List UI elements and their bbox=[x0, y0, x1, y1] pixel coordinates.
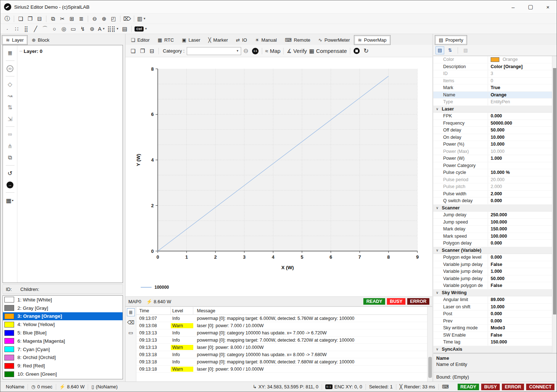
tab-io[interactable]: ⇄IO bbox=[232, 35, 251, 45]
property-row[interactable]: Polygon delay0.000 bbox=[433, 240, 552, 247]
property-value[interactable]: 0.000 bbox=[488, 240, 552, 247]
cut-button[interactable]: ✂ bbox=[58, 14, 67, 23]
alphabetical-button[interactable]: ⇅ bbox=[446, 46, 454, 54]
property-category[interactable]: ∨Scanner bbox=[433, 205, 552, 212]
view-layout-button[interactable]: ▥▼ bbox=[136, 14, 147, 23]
verify-button[interactable]: ∡Verify bbox=[285, 47, 308, 55]
arc-tool[interactable]: ⌒ bbox=[40, 25, 50, 33]
refresh-button[interactable]: ↻ bbox=[362, 47, 371, 55]
stop-button[interactable] bbox=[352, 47, 362, 55]
circle-tool[interactable]: ○ bbox=[50, 25, 59, 33]
property-category[interactable]: ∨Laser bbox=[433, 106, 552, 113]
maximize-button[interactable]: ▢ bbox=[522, 0, 539, 13]
log-row[interactable]: 09:13:08Warnlaser [0]: power: 7.000 / 10… bbox=[136, 322, 427, 329]
log-view-button[interactable]: ≣ bbox=[127, 308, 135, 316]
property-value[interactable]: Orange bbox=[488, 56, 552, 63]
pen-list-item[interactable]: 1: White [White] bbox=[3, 296, 123, 304]
rings-tool[interactable]: ⊚ bbox=[87, 25, 97, 33]
property-value[interactable]: 2.000 bbox=[488, 183, 552, 190]
one-to-one-button[interactable]: 1:1 bbox=[251, 47, 260, 55]
property-scrollbar[interactable] bbox=[552, 56, 557, 353]
property-value[interactable]: 0.000 bbox=[488, 254, 552, 261]
property-row[interactable]: FPK0.000 bbox=[433, 113, 552, 120]
property-value[interactable]: False bbox=[488, 332, 552, 339]
polyline-tool[interactable]: ↯ bbox=[78, 25, 87, 33]
spiral-tool[interactable]: ◎ bbox=[59, 25, 69, 33]
property-row[interactable]: Pulse width2.000 bbox=[433, 191, 552, 198]
log-row[interactable]: 09:13:07Infopowermap [0]: mapping target… bbox=[136, 315, 427, 322]
property-category[interactable]: ∨SyncAxis bbox=[433, 346, 552, 353]
property-value[interactable]: 10.000 bbox=[488, 304, 552, 310]
map-button[interactable]: ≈Map bbox=[264, 47, 281, 55]
property-value[interactable]: 20.000 bbox=[488, 176, 552, 183]
log-col-time[interactable]: Time bbox=[136, 307, 171, 314]
tab-powermeter[interactable]: ∿PowerMeter bbox=[314, 35, 354, 45]
property-value[interactable]: 0.000 bbox=[488, 113, 552, 120]
zoom-region-button[interactable]: ◰ bbox=[109, 14, 118, 23]
remove-category-button[interactable]: ⊖ bbox=[241, 47, 251, 55]
tab-block[interactable]: ⊕Block bbox=[28, 35, 53, 45]
tab-editor[interactable]: ❏Editor bbox=[127, 35, 154, 45]
property-row[interactable]: Angular limit89.000 bbox=[433, 296, 552, 304]
pen-list-item[interactable]: 9: Red [Red] bbox=[3, 362, 123, 370]
pen-list-item[interactable]: 7: Cyan [Cyan] bbox=[3, 345, 123, 354]
save-file-button[interactable]: ⊟ bbox=[35, 14, 44, 23]
property-value[interactable]: Orange bbox=[488, 92, 552, 99]
group-button[interactable]: ∞ bbox=[5, 130, 15, 139]
layer-tree[interactable]: ┄Layer: 0 bbox=[17, 45, 123, 283]
barcode-tool[interactable]: ⣿⣿▼ bbox=[106, 25, 120, 33]
property-value[interactable]: EntityPen bbox=[488, 99, 552, 105]
powermap-open-button[interactable]: ❐ bbox=[138, 47, 147, 55]
node-edit-button[interactable]: ↝ bbox=[5, 91, 15, 100]
log-row[interactable]: 09:13:13Infopowermap [0]: mapping target… bbox=[136, 337, 427, 344]
property-row[interactable]: Power (%)10.000 bbox=[433, 141, 552, 148]
minimize-button[interactable]: – bbox=[504, 0, 522, 13]
about-button[interactable]: ⓘ bbox=[3, 14, 12, 23]
property-row[interactable]: Jump delay250.000 bbox=[433, 212, 552, 219]
property-value[interactable]: 0.000 bbox=[488, 197, 552, 204]
powermap-save-button[interactable]: ⊟ bbox=[147, 47, 157, 55]
delete-button[interactable]: ⌦ bbox=[122, 14, 132, 23]
tab-layer[interactable]: ≋Layer bbox=[2, 35, 28, 45]
property-category[interactable]: ∨Sky Writing bbox=[433, 289, 552, 297]
property-row[interactable]: Power (Max)10.000 bbox=[433, 148, 552, 155]
start-button[interactable]: → bbox=[5, 180, 15, 189]
property-row[interactable]: Pulse period20.000 bbox=[433, 176, 552, 184]
property-value[interactable] bbox=[488, 162, 552, 169]
property-value[interactable]: 89.000 bbox=[488, 296, 552, 303]
log-row[interactable]: 09:13:13Infopowermap [0]: category 10000… bbox=[136, 329, 427, 337]
property-row[interactable]: DescriptionColor [Orange] bbox=[433, 63, 552, 71]
three-d-button[interactable]: 3D bbox=[5, 64, 15, 73]
log-col-level[interactable]: Level bbox=[171, 307, 193, 314]
property-value[interactable]: 1.000 bbox=[488, 268, 552, 275]
log-row[interactable]: 09:13:13Warnlaser [0]: power: 8.000 / 10… bbox=[136, 344, 427, 351]
property-value[interactable]: 100.000 bbox=[488, 219, 552, 226]
log-row[interactable]: 09:13:18Infopowermap [0]: mapping target… bbox=[136, 358, 427, 366]
history-button[interactable]: ↺ bbox=[5, 168, 15, 178]
property-row[interactable]: ColorOrange bbox=[433, 56, 552, 63]
pen-list-item[interactable]: 2: Gray [Gray] bbox=[3, 304, 123, 312]
property-value[interactable]: 0 bbox=[488, 78, 552, 84]
property-value[interactable]: 0.000 bbox=[488, 310, 552, 317]
compensate-button[interactable]: ▦Compensate bbox=[308, 47, 348, 55]
property-row[interactable]: Laser on shift10.000 bbox=[433, 304, 552, 311]
property-row[interactable]: Jump speed100.000 bbox=[433, 219, 552, 226]
property-value[interactable]: 0.000 bbox=[488, 318, 552, 325]
transform-button[interactable]: ⇲ bbox=[5, 114, 15, 124]
pen-list-item[interactable]: 10: Green [Green] bbox=[3, 370, 123, 378]
pen-list-item[interactable]: 5: Blue [Blue] bbox=[3, 329, 123, 337]
layer-tree-root[interactable]: ┄Layer: 0 bbox=[20, 48, 120, 54]
log-col-message[interactable]: Message bbox=[193, 308, 427, 313]
property-value[interactable]: 250.000 bbox=[488, 212, 552, 218]
property-value[interactable]: 2.000 bbox=[488, 191, 552, 197]
property-row[interactable]: Prev0.000 bbox=[433, 318, 552, 325]
powermap-new-button[interactable]: ❏ bbox=[128, 47, 138, 55]
property-value[interactable]: 10.000 % bbox=[488, 169, 552, 176]
tab-powermap[interactable]: ≋PowerMap bbox=[354, 35, 391, 45]
property-row[interactable]: MarkTrue bbox=[433, 84, 552, 92]
property-row[interactable]: Mark delay150.000 bbox=[433, 226, 552, 233]
property-value[interactable]: 100.000 bbox=[488, 233, 552, 240]
close-button[interactable]: × bbox=[539, 0, 557, 13]
log-scrollbar[interactable] bbox=[427, 307, 432, 381]
property-row[interactable]: TypeEntityPen bbox=[433, 99, 552, 106]
